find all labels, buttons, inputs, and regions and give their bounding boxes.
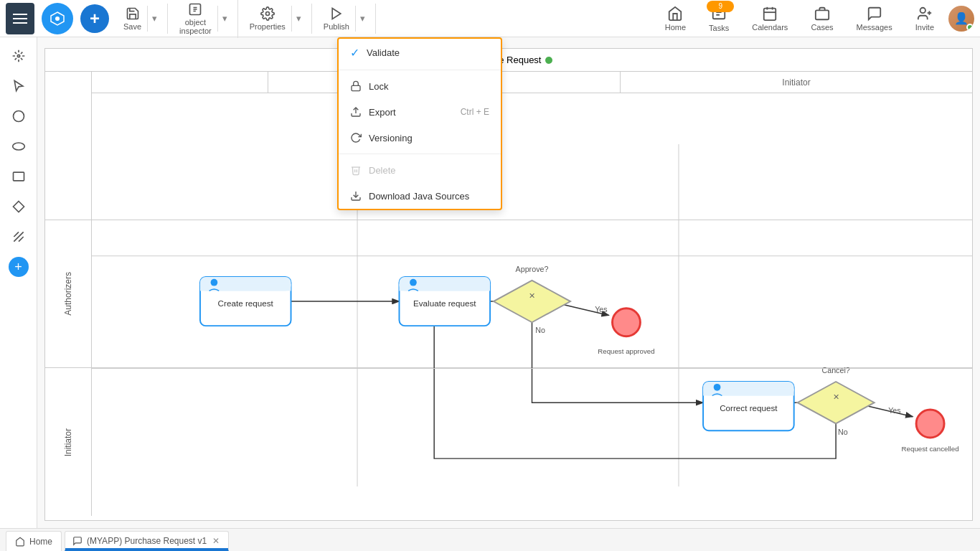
lane-labels-column: Authorizers Initiator <box>45 72 92 516</box>
diagram-title-row: Purchase Request <box>45 49 972 72</box>
svg-text:✕: ✕ <box>833 392 839 401</box>
save-dropdown-button[interactable]: ▾ <box>147 6 161 32</box>
publish-button[interactable]: Publish <box>318 4 355 34</box>
calendars-nav-button[interactable]: Calendars <box>743 3 796 34</box>
toolbar-left: + Save ▾ object inspector <box>6 0 379 38</box>
avatar[interactable]: 👤 <box>948 6 974 32</box>
svg-text:No: No <box>838 428 848 436</box>
save-group: Save ▾ <box>118 4 168 34</box>
dropdown-download-java[interactable]: Download Java Sources <box>339 183 501 209</box>
active-tab-bar <box>65 548 228 550</box>
toolbar-right: Home 9 Tasks Calendars <box>656 2 974 35</box>
column-headers: Authorizers Initiator <box>92 72 972 93</box>
process-diagram-svg: Create request Evaluate request ✕ Approv… <box>92 93 972 516</box>
svg-marker-20 <box>13 202 24 212</box>
hamburger-button[interactable] <box>6 3 34 34</box>
lock-icon <box>350 80 362 92</box>
svg-point-18 <box>12 143 24 150</box>
process-tab-close-button[interactable]: ✕ <box>211 536 221 546</box>
diagram-canvas[interactable]: Purchase Request Authorizers Initiator <box>37 37 980 528</box>
dropdown-export-label: Export <box>369 107 396 118</box>
process-tab[interactable]: (MYAPP) Purchase Request v1 ✕ <box>65 531 229 551</box>
export-shortcut: Ctrl + E <box>461 107 489 117</box>
oval-tool-button[interactable] <box>6 133 32 159</box>
svg-text:Approve?: Approve? <box>516 265 549 273</box>
svg-text:No: No <box>535 326 545 334</box>
rect-tool-button[interactable] <box>6 164 32 189</box>
svg-marker-41 <box>494 281 570 322</box>
tasks-nav-button[interactable]: 9 Tasks <box>700 2 738 35</box>
home-nav-button[interactable]: Home <box>656 3 694 34</box>
download-java-icon <box>350 190 362 202</box>
add-button[interactable]: + <box>80 4 109 33</box>
diagram-status-dot <box>545 57 552 64</box>
svg-text:Create request: Create request <box>218 298 274 308</box>
svg-rect-13 <box>352 85 360 90</box>
properties-group: Properties ▾ <box>244 4 312 34</box>
svg-rect-9 <box>816 10 829 19</box>
online-status-dot <box>966 24 974 31</box>
svg-point-39 <box>410 279 417 286</box>
svg-text:Yes: Yes <box>595 305 607 314</box>
bottom-tabs: Home (MYAPP) Purchase Request v1 ✕ <box>0 528 980 551</box>
publish-group: Publish ▾ <box>318 4 376 34</box>
dropdown-delete[interactable]: Delete <box>339 157 501 183</box>
circle-tool-button[interactable] <box>6 103 32 129</box>
cases-nav-button[interactable]: Cases <box>802 3 842 34</box>
col-header-initiator: Initiator <box>621 72 972 93</box>
diagram-svg-area: Authorizers Initiator <box>92 72 972 516</box>
dropdown-delete-label: Delete <box>369 165 396 176</box>
properties-dropdown-button[interactable]: ▾ <box>291 6 306 32</box>
versioning-icon <box>350 132 362 143</box>
move-tool-button[interactable] <box>6 43 32 69</box>
line-tool-button[interactable] <box>6 224 32 250</box>
svg-point-51 <box>714 384 721 391</box>
svg-point-2 <box>265 11 269 15</box>
dropdown-validate[interactable]: ✓ Validate <box>339 39 501 67</box>
dropdown-validate-label: Validate <box>367 47 400 58</box>
lane-divider-2 <box>92 368 972 369</box>
svg-rect-5 <box>764 8 776 20</box>
save-button[interactable]: Save <box>118 4 147 34</box>
diamond-tool-button[interactable] <box>6 194 32 220</box>
dropdown-versioning[interactable]: Versioning <box>339 125 501 151</box>
tool-add-button[interactable]: + <box>9 257 29 277</box>
dropdown-lock[interactable]: Lock <box>339 73 501 99</box>
svg-point-17 <box>13 111 24 122</box>
process-tab-icon <box>72 536 83 546</box>
object-inspector-button[interactable]: object inspector <box>174 0 217 38</box>
svg-text:Yes: Yes <box>888 406 900 415</box>
dropdown-lock-label: Lock <box>369 81 388 92</box>
delete-icon <box>350 164 362 176</box>
svg-marker-53 <box>798 382 875 423</box>
svg-text:Correct request: Correct request <box>720 403 778 413</box>
lane-label-authorizers: Authorizers <box>63 272 73 316</box>
svg-text:✕: ✕ <box>529 291 535 300</box>
messages-nav-button[interactable]: Messages <box>848 3 901 34</box>
lane-divider-1 <box>92 220 972 220</box>
properties-button[interactable]: Properties <box>244 4 291 34</box>
home-tab[interactable]: Home <box>6 531 62 551</box>
dropdown-export[interactable]: Export Ctrl + E <box>339 99 501 125</box>
svg-text:Request approved: Request approved <box>598 347 654 355</box>
object-inspector-dropdown-button[interactable]: ▾ <box>217 6 232 32</box>
dropdown-versioning-label: Versioning <box>369 133 413 143</box>
pointer-tool-button[interactable] <box>6 73 32 99</box>
diagram-container: Purchase Request Authorizers Initiator <box>44 48 973 521</box>
dropdown-divider-1 <box>339 70 501 70</box>
svg-point-46 <box>612 309 640 336</box>
svg-point-10 <box>920 7 925 12</box>
dropdown-download-java-label: Download Java Sources <box>369 191 469 202</box>
publish-dropdown-button[interactable]: ▾ <box>355 6 369 32</box>
svg-point-16 <box>17 55 19 57</box>
dropdown-divider-2 <box>339 154 501 154</box>
swim-lanes-container: Authorizers Initiator Authorizers <box>45 72 972 516</box>
svg-point-0 <box>55 17 60 21</box>
object-inspector-group: object inspector ▾ <box>174 0 238 38</box>
invite-nav-button[interactable]: Invite <box>907 3 943 34</box>
svg-point-58 <box>916 410 944 438</box>
main-toolbar: + Save ▾ object inspector <box>0 0 980 37</box>
logo-button[interactable] <box>42 3 73 34</box>
svg-rect-19 <box>13 172 24 181</box>
svg-text:Evaluate request: Evaluate request <box>413 298 476 308</box>
